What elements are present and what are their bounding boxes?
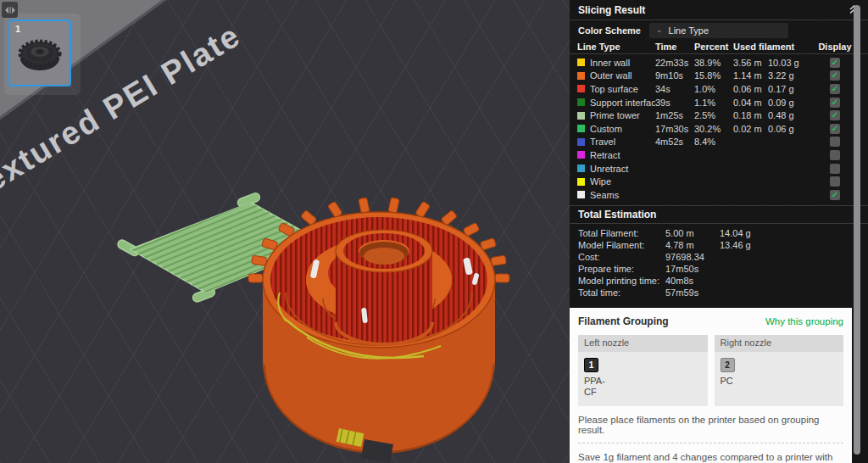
display-checkbox[interactable]: ✓ (830, 110, 840, 120)
line-type-percent: 8.4% (694, 137, 733, 147)
panel-title: Slicing Result (578, 4, 645, 16)
panel-header: Slicing Result (570, 0, 868, 20)
panel-scrollbar[interactable] (854, 5, 860, 455)
estimation-value-1: 5.00 m (665, 228, 720, 238)
line-type-length: 0.04 m (733, 98, 768, 108)
filament-grouping-title: Filament Grouping (578, 315, 669, 327)
filament-grouping-card: Filament Grouping Why this grouping Left… (570, 308, 852, 463)
line-type-weight: 0.06 g (768, 124, 816, 134)
estimation-value-1: 40m8s (665, 276, 720, 286)
color-scheme-value: Line Type (669, 25, 709, 36)
estimation-value-1: 57m59s (665, 287, 720, 298)
display-checkbox[interactable] (830, 176, 840, 187)
line-type-label: Travel (590, 137, 615, 147)
line-type-time: 39s (655, 98, 694, 108)
line-type-swatch (577, 125, 585, 132)
line-type-time: 34s (655, 84, 694, 94)
display-checkbox[interactable] (830, 164, 840, 174)
line-type-swatch (577, 178, 585, 186)
line-type-row: Retract (577, 148, 860, 162)
line-type-row: Top surface 34s 1.0% 0.06 m 0.17 g ✓ (577, 82, 860, 96)
line-type-swatch (577, 72, 585, 80)
line-type-weight: 10.03 g (768, 58, 816, 68)
display-checkbox[interactable]: ✓ (830, 190, 840, 200)
line-type-label: Custom (590, 124, 622, 134)
nozzle-box: Left nozzle 1 PPA-CF (578, 335, 708, 406)
line-type-percent: 38.9% (694, 58, 733, 68)
line-type-label: Top surface (590, 84, 638, 94)
display-checkbox[interactable]: ✓ (830, 84, 840, 94)
color-scheme-dropdown[interactable]: ⌄ Line Type (649, 23, 788, 38)
estimation-row: Model printing time: 40m8s (578, 275, 860, 287)
estimation-label: Model Filament: (578, 240, 665, 250)
line-type-percent: 30.2% (694, 124, 733, 134)
display-checkbox[interactable]: ✓ (830, 124, 840, 134)
line-type-table-header: Line Type Time Percent Used filament Dis… (570, 40, 868, 54)
line-type-row: Unretract (577, 162, 860, 176)
sidebar-toggle-button[interactable] (2, 2, 18, 18)
estimation-label: Prepare time: (578, 264, 665, 274)
nozzle-box: Right nozzle 2 PC (715, 335, 844, 406)
color-scheme-label: Color Scheme (578, 25, 641, 36)
line-type-percent: 1.0% (694, 84, 733, 94)
line-type-row: Seams ✓ (577, 188, 860, 202)
line-type-label: Retract (590, 150, 620, 160)
grouping-note: Please place filaments on the printer ba… (578, 415, 843, 435)
panel-toggle-icon (5, 6, 15, 14)
total-estimation-title: Total Estimation (570, 205, 868, 224)
line-type-table: Inner wall 22m33s 38.9% 3.56 m 10.03 g ✓… (570, 54, 868, 202)
estimation-value-1: 4.78 m (665, 240, 720, 250)
estimation-label: Total Filament: (578, 228, 665, 238)
display-checkbox[interactable]: ✓ (830, 58, 840, 68)
line-type-length: 0.06 m (733, 84, 768, 94)
line-type-row: Prime tower 1m25s 2.5% 0.18 m 0.48 g ✓ (577, 109, 860, 122)
line-type-swatch (577, 59, 585, 66)
display-checkbox[interactable]: ✓ (830, 70, 840, 81)
nozzle-header: Right nozzle (715, 335, 844, 352)
line-type-row: Travel 4m52s 8.4% (577, 136, 860, 149)
column-header-percent: Percent (694, 42, 733, 52)
column-header-used-filament: Used filament (733, 42, 816, 52)
estimation-label: Total time: (578, 287, 665, 298)
line-type-swatch (577, 98, 585, 106)
line-type-weight: 0.09 g (768, 98, 816, 108)
line-type-length: 3.56 m (733, 58, 768, 68)
nozzle-header: Left nozzle (578, 335, 708, 352)
line-type-swatch (577, 191, 585, 198)
line-type-length: 0.18 m (733, 110, 768, 120)
chevron-down-icon: ⌄ (656, 26, 663, 34)
line-type-time: 17m30s (655, 124, 694, 134)
line-type-time: 1m25s (655, 110, 694, 120)
line-type-label: Prime tower (590, 110, 640, 120)
estimation-value-2: 13.46 g (720, 240, 751, 250)
display-checkbox[interactable] (830, 150, 840, 160)
line-type-weight: 0.17 g (768, 84, 816, 94)
line-type-row: Custom 17m30s 30.2% 0.02 m 0.06 g ✓ (577, 122, 860, 136)
estimation-value-2: 14.04 g (720, 228, 751, 238)
line-type-row: Inner wall 22m33s 38.9% 3.56 m 10.03 g ✓ (577, 56, 860, 70)
line-type-time: 4m52s (655, 137, 694, 147)
nozzle-boxes: Left nozzle 1 PPA-CF Right nozzle 2 PC (578, 335, 843, 406)
line-type-swatch (577, 112, 585, 120)
filament-chip[interactable]: 1 (584, 358, 598, 372)
dashed-divider (578, 443, 843, 443)
gear-model-icon (14, 31, 65, 79)
material-label: PPA-CF (584, 376, 615, 398)
line-type-length: 1.14 m (733, 70, 768, 81)
display-checkbox[interactable] (830, 137, 840, 147)
display-checkbox[interactable]: ✓ (830, 98, 840, 108)
slicer-app: Textured PEI Plate (0, 0, 868, 463)
line-type-row: Support interface 39s 1.1% 0.04 m 0.09 g… (577, 96, 860, 109)
plate-thumbnail[interactable]: 1 (8, 20, 71, 86)
line-type-label: Outer wall (590, 70, 632, 81)
line-type-row: Wipe (577, 175, 860, 188)
estimation-row: Prepare time: 17m50s (578, 263, 860, 275)
slicing-result-panel: Slicing Result Color Scheme ⌄ Line Type … (570, 0, 868, 463)
estimation-row: Model Filament: 4.78 m 13.46 g (578, 239, 860, 251)
material-label: PC (721, 376, 751, 387)
estimation-row: Total Filament: 5.00 m 14.04 g (578, 227, 860, 239)
line-type-swatch (577, 138, 585, 146)
why-this-grouping-link[interactable]: Why this grouping (765, 316, 843, 326)
filament-chip[interactable]: 2 (721, 358, 735, 372)
savings-note: Save 1g filament and 4 changes compared … (578, 452, 843, 463)
